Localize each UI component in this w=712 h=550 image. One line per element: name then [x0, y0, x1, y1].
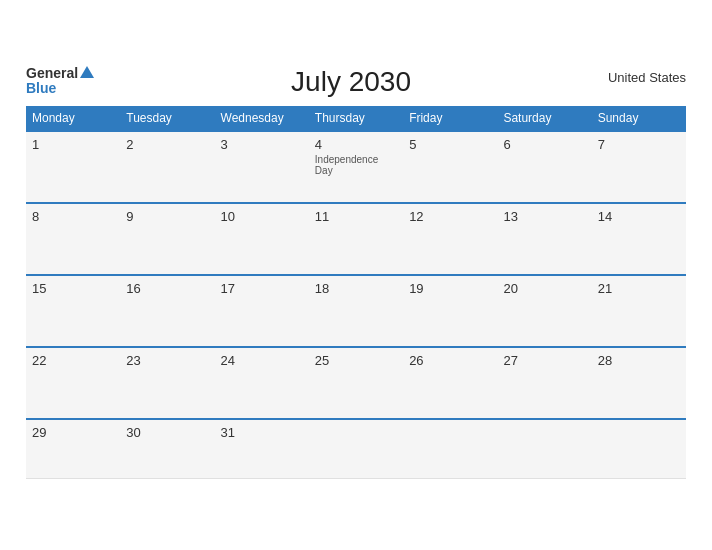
calendar-cell: 5: [403, 131, 497, 203]
day-number: 8: [32, 209, 114, 224]
day-number: 9: [126, 209, 208, 224]
day-number: 10: [221, 209, 303, 224]
day-number: 21: [598, 281, 680, 296]
calendar-cell: 20: [497, 275, 591, 347]
calendar-title: July 2030: [94, 66, 608, 98]
calendar-cell: 13: [497, 203, 591, 275]
calendar-cell: 17: [215, 275, 309, 347]
calendar-header: General Blue July 2030 United States: [26, 66, 686, 98]
day-number: 12: [409, 209, 491, 224]
calendar-cell: 23: [120, 347, 214, 419]
calendar-cell: 14: [592, 203, 686, 275]
day-number: 5: [409, 137, 491, 152]
logo-general-text: General: [26, 66, 78, 81]
weekday-header-friday: Friday: [403, 106, 497, 131]
calendar-cell: 30: [120, 419, 214, 479]
logo-triangle-icon: [80, 66, 94, 78]
calendar-cell: [497, 419, 591, 479]
calendar-container: General Blue July 2030 United States Mon…: [11, 56, 701, 495]
calendar-cell: 1: [26, 131, 120, 203]
calendar-cell: 15: [26, 275, 120, 347]
calendar-cell: 18: [309, 275, 403, 347]
calendar-cell: 3: [215, 131, 309, 203]
calendar-cell: 6: [497, 131, 591, 203]
calendar-grid: MondayTuesdayWednesdayThursdayFridaySatu…: [26, 106, 686, 480]
day-number: 2: [126, 137, 208, 152]
day-number: 29: [32, 425, 114, 440]
calendar-cell: 10: [215, 203, 309, 275]
calendar-cell: 28: [592, 347, 686, 419]
weekday-header-thursday: Thursday: [309, 106, 403, 131]
day-number: 28: [598, 353, 680, 368]
calendar-cell: 16: [120, 275, 214, 347]
day-number: 25: [315, 353, 397, 368]
weekday-header-tuesday: Tuesday: [120, 106, 214, 131]
day-number: 22: [32, 353, 114, 368]
weekday-header-monday: Monday: [26, 106, 120, 131]
calendar-cell: 31: [215, 419, 309, 479]
calendar-cell: 7: [592, 131, 686, 203]
day-number: 19: [409, 281, 491, 296]
day-number: 24: [221, 353, 303, 368]
weekday-header-wednesday: Wednesday: [215, 106, 309, 131]
day-event: Independence Day: [315, 154, 397, 176]
week-row-4: 22232425262728: [26, 347, 686, 419]
day-number: 7: [598, 137, 680, 152]
day-number: 6: [503, 137, 585, 152]
day-number: 16: [126, 281, 208, 296]
week-row-2: 891011121314: [26, 203, 686, 275]
calendar-cell: 29: [26, 419, 120, 479]
day-number: 26: [409, 353, 491, 368]
logo: General Blue: [26, 66, 94, 97]
day-number: 20: [503, 281, 585, 296]
calendar-cell: 27: [497, 347, 591, 419]
day-number: 23: [126, 353, 208, 368]
day-number: 15: [32, 281, 114, 296]
day-number: 4: [315, 137, 397, 152]
calendar-cell: 8: [26, 203, 120, 275]
calendar-cell: 22: [26, 347, 120, 419]
calendar-cell: 4Independence Day: [309, 131, 403, 203]
day-number: 11: [315, 209, 397, 224]
calendar-cell: 19: [403, 275, 497, 347]
calendar-cell: [403, 419, 497, 479]
calendar-cell: [592, 419, 686, 479]
day-number: 17: [221, 281, 303, 296]
calendar-cell: 9: [120, 203, 214, 275]
week-row-1: 1234Independence Day567: [26, 131, 686, 203]
weekday-header-sunday: Sunday: [592, 106, 686, 131]
day-number: 31: [221, 425, 303, 440]
day-number: 18: [315, 281, 397, 296]
day-number: 13: [503, 209, 585, 224]
day-number: 30: [126, 425, 208, 440]
weekday-header-row: MondayTuesdayWednesdayThursdayFridaySatu…: [26, 106, 686, 131]
calendar-cell: 12: [403, 203, 497, 275]
day-number: 14: [598, 209, 680, 224]
week-row-5: 293031: [26, 419, 686, 479]
calendar-cell: 26: [403, 347, 497, 419]
week-row-3: 15161718192021: [26, 275, 686, 347]
day-number: 27: [503, 353, 585, 368]
day-number: 1: [32, 137, 114, 152]
calendar-cell: 11: [309, 203, 403, 275]
calendar-cell: 24: [215, 347, 309, 419]
calendar-cell: 2: [120, 131, 214, 203]
logo-blue-text: Blue: [26, 81, 94, 96]
calendar-cell: [309, 419, 403, 479]
calendar-cell: 21: [592, 275, 686, 347]
calendar-country: United States: [608, 66, 686, 85]
calendar-cell: 25: [309, 347, 403, 419]
day-number: 3: [221, 137, 303, 152]
weekday-header-saturday: Saturday: [497, 106, 591, 131]
